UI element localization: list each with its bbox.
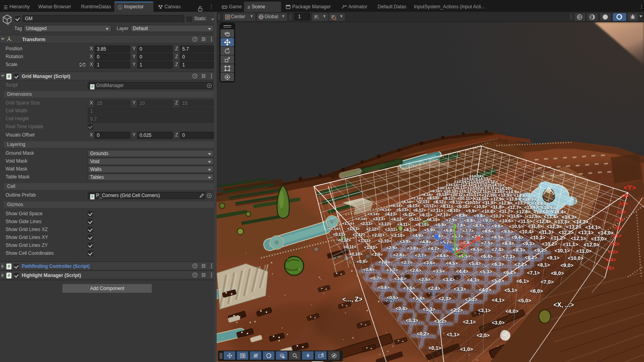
svg-text:<1,8>: <1,8> xyxy=(379,260,390,264)
svg-text:<13,3>: <13,3> xyxy=(555,219,570,225)
svg-text:<4>: <4> xyxy=(621,193,629,199)
svg-text:<5,12>: <5,12> xyxy=(402,212,415,217)
svg-text:?: ? xyxy=(194,74,196,78)
svg-text:<12,7>: <12,7> xyxy=(507,205,521,210)
svg-text:<-3>: <-3> xyxy=(608,249,618,255)
svg-text:<12,0>: <12,0> xyxy=(584,242,599,248)
svg-text:<2,8>: <2,8> xyxy=(393,252,405,257)
svg-text:<3,10>: <3,10> xyxy=(391,233,404,238)
svg-text:<9,2>: <9,2> xyxy=(534,248,547,253)
svg-text:<8,7>: <8,7> xyxy=(473,223,484,228)
svg-text:<7,11>: <7,11> xyxy=(431,208,443,213)
svg-text:<14,4>: <14,4> xyxy=(551,209,566,215)
svg-text:<11,2>: <11,2> xyxy=(551,235,566,241)
svg-text:<4,3>: <4,3> xyxy=(467,277,479,283)
svg-text:<14,3>: <14,3> xyxy=(562,214,577,220)
svg-text:<9,1>: <9,1> xyxy=(547,255,559,261)
svg-text:<0,12>: <0,12> xyxy=(338,238,351,243)
svg-text:<13,4>: <13,4> xyxy=(544,214,558,220)
svg-text:<10,0>: <10,0> xyxy=(568,255,584,261)
svg-text:<12,6>: <12,6> xyxy=(516,209,531,214)
svg-text:<1,12>: <1,12> xyxy=(353,233,365,237)
svg-text:<1,0>: <1,0> xyxy=(460,346,473,352)
svg-text:<7,12>: <7,12> xyxy=(423,204,436,208)
svg-text:<1,6>: <1,6> xyxy=(394,276,406,281)
svg-text:<0,10>: <0,10> xyxy=(349,252,362,256)
svg-text:<4,14>: <4,14> xyxy=(380,207,392,212)
svg-text:<3,13>: <3,13> xyxy=(373,217,385,221)
svg-text:Y: Y xyxy=(317,17,319,20)
svg-text:<5,10>: <5,10> xyxy=(415,222,429,227)
svg-text:<7,1>: <7,1> xyxy=(527,270,540,276)
svg-text:<9,0>: <9,0> xyxy=(561,262,574,268)
svg-text:?: ? xyxy=(194,264,196,268)
svg-text:<7,5>: <7,5> xyxy=(481,240,493,245)
svg-text:<4,8>: <4,8> xyxy=(420,239,431,244)
svg-text:<2,9>: <2,9> xyxy=(386,245,397,250)
svg-text:<8,2>: <8,2> xyxy=(525,255,537,260)
svg-text:<11,1>: <11,1> xyxy=(563,242,578,247)
svg-text:<0,2>: <0,2> xyxy=(417,331,429,337)
svg-text:<4,1>: <4,1> xyxy=(492,298,504,303)
svg-text:<2,3>: <2,3> xyxy=(438,296,451,301)
svg-text:?: ? xyxy=(194,37,196,41)
svg-text:<13,1>: <13,1> xyxy=(578,230,593,235)
svg-text:?: ? xyxy=(194,273,196,277)
svg-text:<6,9>: <6,9> xyxy=(435,222,446,227)
svg-text:<2,1>: <2,1> xyxy=(463,319,476,325)
svg-text:<0,13>: <0,13> xyxy=(333,232,345,237)
svg-text:<4,11>: <4,11> xyxy=(397,222,410,227)
svg-text:<3,8>: <3,8> xyxy=(407,246,419,250)
svg-text:<11,6>: <11,6> xyxy=(508,214,522,218)
svg-text:<3,2>: <3,2> xyxy=(465,297,478,302)
svg-text:<9,9>: <9,9> xyxy=(466,208,477,213)
svg-text:<8,11>: <8,11> xyxy=(440,204,453,208)
svg-text:<5,11>: <5,11> xyxy=(409,217,421,222)
svg-text:<1,3>: <1,3> xyxy=(423,307,435,312)
svg-text:<1,2>: <1,2> xyxy=(434,318,447,324)
svg-text:<9,11>: <9,11> xyxy=(450,200,463,205)
svg-text:<0,3>: <0,3> xyxy=(406,318,418,323)
svg-text:<2,4>: <2,4> xyxy=(428,286,440,291)
svg-text:<5,1>: <5,1> xyxy=(504,288,517,293)
svg-text:<9,7>: <9,7> xyxy=(483,218,494,223)
svg-text:<9,6>: <9,6> xyxy=(491,224,503,228)
svg-text:<0>: <0> xyxy=(614,225,622,231)
svg-text:<6,7>: <6,7> xyxy=(452,234,463,239)
svg-text:<10,3>: <10,3> xyxy=(530,235,545,241)
svg-text:<1,14>: <1,14> xyxy=(342,221,355,226)
svg-text:<13,2>: <13,2> xyxy=(566,224,582,230)
svg-text:<12,4>: <12,4> xyxy=(536,219,551,224)
svg-text:<5,3>: <5,3> xyxy=(480,269,492,275)
svg-text:<3,11>: <3,11> xyxy=(385,227,398,232)
svg-text:<1,10>: <1,10> xyxy=(364,245,377,250)
svg-text:<5,0>: <5,0> xyxy=(518,298,531,303)
svg-text:<5,2>: <5,2> xyxy=(491,278,504,284)
svg-text:<4,5>: <4,5> xyxy=(446,260,458,265)
svg-text:<5,14>: <5,14> xyxy=(391,203,403,208)
svg-text:<6,8>: <6,8> xyxy=(444,228,455,233)
svg-text:<6,13>: <6,13> xyxy=(407,204,419,208)
svg-text:<3,3>: <3,3> xyxy=(453,286,466,292)
svg-text:<14,14>: <14,14> xyxy=(469,174,483,178)
svg-text:<10,6>: <10,6> xyxy=(499,218,514,223)
svg-text:<6,0>: <6,0> xyxy=(530,288,543,294)
svg-text:<1,11>: <1,11> xyxy=(358,239,371,243)
svg-text:<8,8>: <8,8> xyxy=(464,218,476,223)
svg-text:<2,14>: <2,14> xyxy=(355,216,368,221)
svg-text:<3,12>: <3,12> xyxy=(379,222,391,226)
svg-text:<6,2>: <6,2> xyxy=(503,270,516,275)
svg-text:<4,2>: <4,2> xyxy=(479,287,491,293)
svg-text:<4,7>: <4,7> xyxy=(428,246,440,251)
svg-text:<5,13>: <5,13> xyxy=(396,208,408,212)
svg-text:<0,6>: <0,6> xyxy=(378,285,390,290)
svg-text:<2,12>: <2,12> xyxy=(366,227,379,231)
svg-text:<7,13>: <7,13> xyxy=(417,200,429,204)
svg-text:<1,7>: <1,7> xyxy=(387,267,398,272)
svg-text:<8,1>: <8,1> xyxy=(537,262,550,268)
svg-text:<13,0>: <13,0> xyxy=(591,236,607,242)
svg-text:<10,5>: <10,5> xyxy=(509,224,524,229)
svg-text:<11,3>: <11,3> xyxy=(539,229,553,235)
svg-text:<8,9>: <8,9> xyxy=(456,213,467,218)
svg-text:<4,9>: <4,9> xyxy=(412,233,423,238)
